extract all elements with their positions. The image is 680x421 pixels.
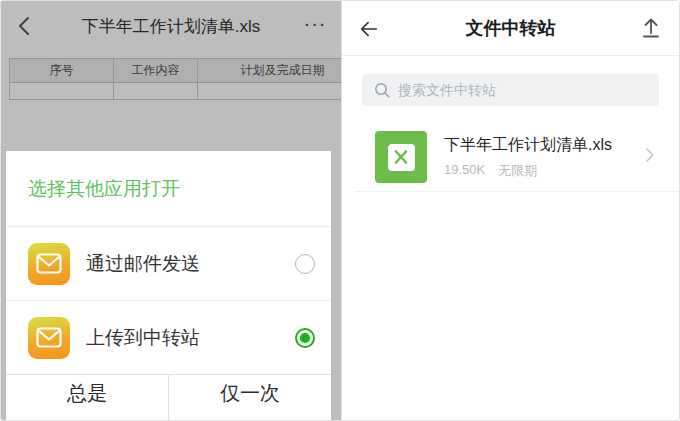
search-section bbox=[342, 56, 679, 106]
transfer-station-pane: 文件中转站 bbox=[341, 1, 679, 420]
file-name: 下半年工作计划清单.xls bbox=[444, 135, 612, 156]
mail-app-icon bbox=[28, 317, 70, 359]
app-screen: 下半年工作计划清单.xls ··· 序号 工作内容 计划及完成日期 选择其他应用… bbox=[0, 0, 680, 421]
option-label: 通过邮件发送 bbox=[86, 251, 200, 277]
option-send-by-email[interactable]: 通过邮件发送 bbox=[6, 226, 331, 300]
chevron-right-icon bbox=[645, 147, 655, 167]
page-title: 文件中转站 bbox=[466, 16, 556, 40]
back-arrow-icon[interactable] bbox=[358, 18, 380, 40]
upload-icon[interactable] bbox=[639, 16, 663, 40]
search-icon bbox=[374, 82, 390, 98]
radio-selected[interactable] bbox=[295, 328, 315, 348]
document-viewer-pane: 下半年工作计划清单.xls ··· 序号 工作内容 计划及完成日期 选择其他应用… bbox=[1, 1, 341, 420]
option-label: 上传到中转站 bbox=[86, 325, 200, 351]
excel-file-icon bbox=[375, 131, 427, 183]
file-size: 19.50K bbox=[444, 162, 485, 180]
open-with-dialog: 选择其他应用打开 通过邮件发送 上传到中 bbox=[6, 151, 331, 420]
dialog-title: 选择其他应用打开 bbox=[6, 151, 331, 226]
file-retention: 无限期 bbox=[498, 162, 537, 180]
file-meta: 19.50K 无限期 bbox=[444, 162, 612, 180]
excel-x-glyph bbox=[388, 144, 415, 171]
dialog-button-row: 总是 仅一次 bbox=[6, 374, 331, 420]
radio-unselected[interactable] bbox=[295, 254, 315, 274]
search-input[interactable] bbox=[398, 82, 647, 98]
option-upload-to-transfer[interactable]: 上传到中转站 bbox=[6, 300, 331, 374]
mail-app-icon bbox=[28, 243, 70, 285]
transfer-station-header: 文件中转站 bbox=[342, 1, 679, 56]
search-box[interactable] bbox=[362, 74, 659, 106]
file-list-item[interactable]: 下半年工作计划清单.xls 19.50K 无限期 bbox=[342, 122, 679, 192]
file-info: 下半年工作计划清单.xls 19.50K 无限期 bbox=[444, 135, 612, 180]
only-once-button[interactable]: 仅一次 bbox=[168, 375, 331, 420]
always-button[interactable]: 总是 bbox=[6, 375, 168, 420]
